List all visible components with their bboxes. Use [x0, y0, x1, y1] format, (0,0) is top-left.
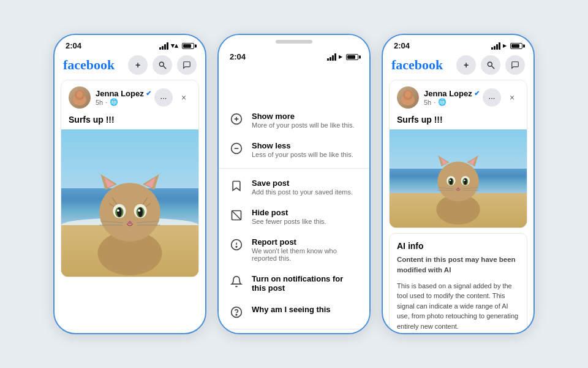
svg-line-55: [492, 66, 494, 69]
svg-point-60: [437, 162, 479, 202]
post-text-3: Surfs up !!!: [390, 112, 527, 129]
phone-1: 2:04 ▾▴ facebook +: [53, 34, 206, 334]
avatar-1: [69, 86, 91, 109]
svg-point-72: [464, 180, 466, 182]
post-meta-1: 5h · 🌐: [96, 98, 154, 106]
notifications-content: Turn on notifications for this post: [252, 274, 358, 293]
messenger-button-3[interactable]: [505, 55, 525, 75]
status-time-2: 2:04: [230, 52, 246, 61]
status-bar-3: 2:04 ▸: [383, 35, 533, 53]
signal-icon-3: [491, 42, 500, 50]
wifi-icon-3: ▸: [503, 42, 507, 50]
more-options-button-1[interactable]: ···: [154, 88, 173, 107]
cat-photo-3: [390, 129, 527, 228]
divider-2: [219, 329, 369, 329]
post-card-3: Jenna Lopez ✔ 5h · 🌐 ··· × Surfs up !!!: [389, 80, 527, 228]
svg-point-70: [464, 178, 467, 185]
post-username-1: Jenna Lopez ✔: [96, 89, 154, 98]
menu-item-hide-post[interactable]: Hide post See fewer posts like this.: [219, 202, 369, 231]
post-actions-1: ··· ×: [154, 88, 191, 107]
messenger-button-1[interactable]: [177, 55, 197, 75]
cat-photo-1: [61, 129, 198, 277]
post-meta-3: 5h · 🌐: [424, 98, 483, 106]
menu-item-notifications[interactable]: Turn on notifications for this post: [219, 268, 369, 299]
status-time-1: 2:04: [66, 41, 81, 50]
post-user-info-3: Jenna Lopez ✔ 5h · 🌐: [424, 89, 483, 106]
facebook-logo-1: facebook: [63, 57, 115, 73]
fb-header-1: facebook +: [55, 53, 205, 80]
battery-icon-2: [346, 54, 358, 60]
more-options-button-3[interactable]: ···: [483, 88, 501, 107]
status-bar-1: 2:04 ▾▴: [55, 35, 205, 53]
show-more-content: Show more More of your posts will be lik…: [252, 112, 355, 129]
search-button-1[interactable]: [153, 55, 172, 75]
status-time-3: 2:04: [394, 41, 410, 50]
save-post-content: Save post Add this post to your saved it…: [252, 178, 353, 196]
wifi-icon: ▾▴: [171, 42, 178, 50]
post-card-1: Jenna Lopez ✔ 5h · 🌐 ··· × Surfs up !!!: [61, 80, 199, 277]
post-user-info-1: Jenna Lopez ✔ 5h · 🌐: [96, 89, 154, 106]
close-post-button-3[interactable]: ×: [505, 90, 519, 105]
post-username-3: Jenna Lopez ✔: [424, 89, 483, 98]
post-image-1: [61, 129, 198, 277]
avatar-3: [397, 86, 419, 109]
close-post-button-1[interactable]: ×: [176, 90, 191, 105]
menu-item-report-post[interactable]: Report post We won't let them know who r…: [219, 231, 369, 268]
svg-point-20: [138, 207, 143, 217]
hide-post-content: Hide post See fewer posts like this.: [252, 208, 326, 225]
eye-slash-icon: [230, 209, 243, 222]
svg-line-34: [232, 211, 241, 220]
post-header-3: Jenna Lopez ✔ 5h · 🌐 ··· ×: [390, 80, 527, 112]
battery-icon-3: [510, 43, 522, 49]
phone-2: 2:04 ▸ Show more More of your posts will…: [217, 34, 371, 334]
circle-plus-icon: [230, 112, 243, 126]
menu-item-show-more[interactable]: Show more More of your posts will be lik…: [219, 105, 369, 135]
menu-list: Show more More of your posts will be lik…: [219, 101, 369, 334]
report-post-content: Report post We won't let them know who r…: [252, 237, 358, 262]
svg-point-58: [405, 91, 411, 98]
add-button-3[interactable]: +: [456, 55, 476, 75]
bookmark-icon: [230, 179, 243, 193]
verified-badge-3: ✔: [474, 90, 480, 98]
flag-icon: [230, 238, 243, 251]
bell-icon: [230, 275, 243, 288]
circle-minus-icon: [230, 142, 243, 155]
svg-point-21: [117, 209, 119, 212]
question-icon: [230, 305, 243, 319]
ai-info-panel: AI info Content in this post may have be…: [389, 233, 527, 334]
phone-3: 2:04 ▸ facebook +: [382, 34, 535, 334]
svg-point-71: [450, 180, 451, 182]
menu-item-ai-info[interactable]: AI info: [224, 333, 364, 334]
post-actions-3: ··· ×: [483, 88, 519, 107]
post-header-1: Jenna Lopez ✔ 5h · 🌐 ··· ×: [61, 80, 198, 112]
wifi-icon-2: ▸: [339, 53, 342, 61]
svg-point-69: [450, 178, 453, 185]
post-image-3: [390, 129, 527, 228]
status-icons-1: ▾▴: [159, 42, 194, 50]
fb-header-3: facebook +: [383, 53, 533, 80]
cat-illustration-1: [69, 148, 191, 277]
ai-info-panel-title: AI info: [397, 241, 519, 251]
svg-point-39: [236, 314, 237, 315]
svg-point-37: [236, 247, 237, 248]
search-button-3[interactable]: [481, 55, 500, 75]
header-icons-1: +: [128, 55, 197, 75]
signal-icon: [159, 42, 168, 50]
facebook-logo-3: facebook: [391, 57, 443, 73]
svg-point-22: [138, 209, 140, 212]
svg-line-1: [164, 66, 166, 69]
status-bar-2: 2:04 ▸: [219, 46, 369, 64]
battery-icon: [182, 43, 194, 49]
verified-badge-1: ✔: [146, 90, 151, 98]
svg-point-6: [99, 183, 160, 241]
menu-item-why-seeing[interactable]: Why am I seeing this: [219, 299, 369, 325]
menu-item-save-post[interactable]: Save post Add this post to your saved it…: [219, 172, 369, 202]
header-icons-3: +: [456, 55, 525, 75]
add-button-1[interactable]: +: [128, 55, 148, 75]
svg-point-19: [117, 207, 122, 217]
ai-info-body-text: This is based on a signal added by the t…: [397, 281, 519, 332]
divider-1: [219, 168, 369, 169]
notch-2: [276, 40, 312, 44]
menu-item-show-less[interactable]: Show less Less of your posts will be lik…: [219, 135, 369, 164]
signal-icon-2: [327, 53, 336, 61]
